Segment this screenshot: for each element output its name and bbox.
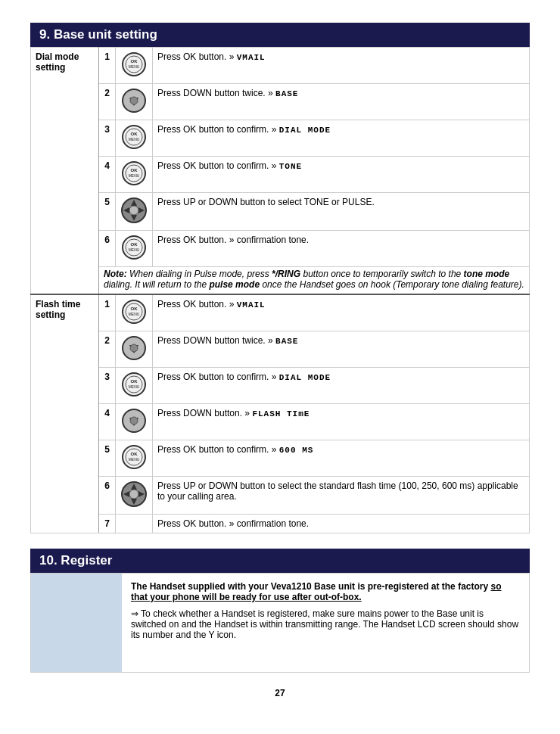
flash-time-text-1: Press OK button. » VMAIL (153, 294, 530, 331)
dial-mode-text-5: Press UP or DOWN button to select TONE o… (153, 193, 530, 231)
flash-time-step-2: 2 (99, 331, 116, 368)
dial-mode-row-5: 5 Press UP or DOWN button to select TONE… (31, 193, 530, 231)
dial-mode-text-4: Press OK button to confirm. » TONE (153, 157, 530, 193)
flash-time-icon-2 (116, 331, 153, 368)
dial-mode-step-2: 2 (99, 84, 116, 120)
dial-mode-icon-6: OK MENU (116, 231, 153, 267)
dial-mode-row-4: 4 OK MENU Press OK button to confirm. » … (31, 157, 530, 193)
flash-time-text-2: Press DOWN button twice. » BASE (153, 331, 530, 368)
flash-time-text-3: Press OK button to confirm. » DIAL MODE (153, 368, 530, 404)
dial-mode-step-5: 5 (99, 193, 116, 231)
svg-text:MENU: MENU (129, 384, 140, 389)
svg-text:OK: OK (131, 452, 138, 456)
dial-mode-row-3: 3 OK MENU Press OK button to confirm. » … (31, 120, 530, 157)
flash-time-icon-5: OK MENU (116, 440, 153, 477)
flash-time-step-7: 7 (99, 515, 116, 533)
dial-mode-text-3: Press OK button to confirm. » DIAL MODE (153, 120, 530, 157)
svg-text:OK: OK (131, 132, 138, 136)
flash-time-icon-6 (116, 477, 153, 515)
dial-mode-step-4: 4 (99, 157, 116, 193)
svg-point-38 (130, 417, 138, 425)
svg-text:MENU: MENU (129, 457, 140, 462)
flash-time-step-3: 3 (99, 368, 116, 404)
dial-mode-icon-5 (116, 193, 153, 231)
register-text-container: The Handset supplied with your Veva1210 … (122, 574, 529, 672)
dial-mode-step-1: 1 (99, 48, 116, 84)
flash-time-row-4: 4 Press DOWN button. » FLASH TImE (31, 404, 530, 440)
svg-text:MENU: MENU (129, 64, 140, 69)
register-bold-text: The Handset supplied with your Veva1210 … (131, 581, 520, 602)
svg-text:MENU: MENU (129, 137, 140, 142)
dial-mode-icon-2 (116, 84, 153, 120)
dial-mode-row-2: 2 Press DOWN button twice. » BASE (31, 84, 530, 120)
dial-mode-note-row: Note: When dialing in Pulse mode, press … (31, 267, 530, 295)
flash-time-row-3: 3 OK MENU Press OK button to confirm. » … (31, 368, 530, 404)
svg-text:MENU: MENU (129, 312, 140, 316)
flash-time-label: Flash timesetting (31, 294, 99, 533)
flash-time-text-7: Press OK button. » confirmation tone. (153, 515, 530, 533)
dial-mode-step-3: 3 (99, 120, 116, 157)
svg-text:OK: OK (131, 168, 138, 173)
svg-text:OK: OK (131, 242, 138, 247)
dial-mode-step-6: 6 (99, 231, 116, 267)
svg-point-6 (130, 97, 138, 104)
flash-time-text-5: Press OK button to confirm. » 600 MS (153, 440, 530, 477)
flash-time-icon-7 (116, 515, 153, 533)
section9-table: Dial modesetting 1 OK MENU Press OK butt… (30, 47, 530, 533)
dial-mode-text-6: Press OK button. » confirmation tone. (153, 231, 530, 267)
flash-time-row-2: 2 Press DOWN button twice. » BASE (31, 331, 530, 368)
dial-mode-text-1: Press OK button. » VMAIL (153, 48, 530, 84)
flash-time-step-1: 1 (99, 294, 116, 331)
flash-time-step-4: 4 (99, 404, 116, 440)
dial-mode-note: Note: When dialing in Pulse mode, press … (99, 267, 530, 295)
dial-mode-label: Dial modesetting (31, 48, 99, 295)
flash-time-text-6: Press UP or DOWN button to select the st… (153, 477, 530, 515)
dial-mode-row-6: 6 OK MENU Press OK button. » confirmatio… (31, 231, 530, 267)
dial-mode-row-1: Dial modesetting 1 OK MENU Press OK butt… (31, 48, 530, 84)
dial-mode-icon-3: OK MENU (116, 120, 153, 157)
svg-text:MENU: MENU (129, 173, 140, 178)
svg-text:OK: OK (131, 379, 138, 384)
page-number: 27 (30, 688, 530, 698)
flash-time-row-6: 6 Press UP or DOWN button to select the … (31, 477, 530, 515)
flash-time-icon-1: OK MENU (116, 294, 153, 331)
section9-header: 9. Base unit setting (30, 23, 530, 47)
svg-point-31 (130, 344, 138, 352)
svg-text:OK: OK (131, 59, 138, 64)
flash-time-icon-3: OK MENU (116, 368, 153, 404)
flash-time-row-1: Flash timesetting 1 OK MENU Press OK but… (31, 294, 530, 331)
dial-mode-icon-4: OK MENU (116, 157, 153, 193)
flash-time-row-7: 7 Press OK button. » confirmation tone. (31, 515, 530, 533)
flash-time-row-5: 5 OK MENU Press OK button to confirm. » … (31, 440, 530, 477)
register-section: The Handset supplied with your Veva1210 … (30, 573, 530, 673)
flash-time-icon-4 (116, 404, 153, 440)
section10-header: 10. Register (30, 549, 530, 573)
flash-time-step-6: 6 (99, 477, 116, 515)
dial-mode-icon-1: OK MENU (116, 48, 153, 84)
svg-point-20 (129, 206, 138, 215)
svg-text:MENU: MENU (129, 247, 140, 252)
flash-time-step-5: 5 (99, 440, 116, 477)
dial-mode-text-2: Press DOWN button twice. » BASE (153, 84, 530, 120)
register-image (31, 574, 122, 672)
svg-text:OK: OK (131, 306, 138, 311)
svg-point-48 (129, 490, 138, 499)
register-normal-text: ⇒ To check whether a Handset is register… (131, 608, 520, 640)
flash-time-text-4: Press DOWN button. » FLASH TImE (153, 404, 530, 440)
